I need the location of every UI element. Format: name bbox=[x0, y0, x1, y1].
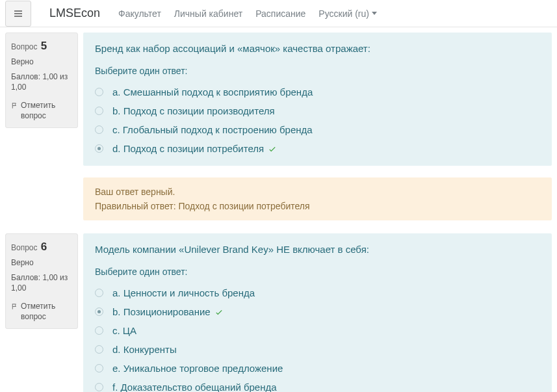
hamburger-icon bbox=[13, 8, 23, 19]
answer-label: a. Ценности и личность бренда bbox=[112, 287, 255, 298]
radio-icon bbox=[95, 107, 103, 115]
answer-option[interactable]: b. Позиционирование bbox=[95, 302, 540, 321]
answer-label: a. Смешанный подход к восприятию бренда bbox=[112, 86, 313, 98]
question-text: Бренд как набор ассоциаций и «маячок» ка… bbox=[95, 43, 540, 54]
answer-text: f. Доказательство обещаний бренда bbox=[112, 382, 277, 392]
flag-label: Отметить вопрос bbox=[21, 302, 72, 322]
question-content: Бренд как набор ассоциаций и «маячок» ка… bbox=[83, 33, 552, 220]
nav-link-faculty[interactable]: Факультет bbox=[112, 2, 168, 25]
nav-link-schedule[interactable]: Расписание bbox=[249, 2, 312, 25]
radio-icon bbox=[95, 383, 103, 391]
answer-option[interactable]: e. Уникальное торговое предложение bbox=[95, 359, 540, 378]
nav-language-label: Русский (ru) bbox=[318, 8, 369, 19]
question-info-panel: Вопрос 6ВерноБаллов: 1,00 из 1,00Отметит… bbox=[5, 233, 78, 329]
feedback-status: Ваш ответ верный. bbox=[95, 187, 540, 197]
flag-label: Отметить вопрос bbox=[21, 101, 72, 121]
answer-option[interactable]: f. Доказательство обещаний бренда bbox=[95, 378, 540, 392]
answer-label: f. Доказательство обещаний бренда bbox=[112, 382, 277, 392]
question-formulation: Модель компании «Unilever Brand Key» НЕ … bbox=[83, 233, 552, 392]
question-score: Баллов: 1,00 из 1,00 bbox=[11, 72, 72, 94]
answer-text: e. Уникальное торговое предложение bbox=[112, 363, 283, 374]
radio-icon bbox=[95, 307, 103, 316]
answer-label: c. Глобальный подход к построению бренда bbox=[112, 124, 313, 135]
flag-icon bbox=[11, 102, 18, 109]
brand-title[interactable]: LMSEcon bbox=[49, 7, 100, 20]
question-block: Вопрос 6ВерноБаллов: 1,00 из 1,00Отметит… bbox=[5, 233, 552, 392]
question-number: 6 bbox=[41, 241, 47, 253]
answer-prompt: Выберите один ответ: bbox=[95, 66, 540, 76]
answer-label: b. Позиционирование bbox=[112, 306, 224, 317]
answer-text: c. ЦА bbox=[112, 325, 136, 336]
answer-text: b. Подход с позиции производителя bbox=[112, 105, 275, 116]
flag-icon bbox=[11, 303, 18, 310]
feedback-correct: Правильный ответ: Подход с позиции потре… bbox=[95, 201, 540, 211]
flag-question-button[interactable]: Отметить вопрос bbox=[11, 298, 72, 322]
question-number: 5 bbox=[41, 40, 47, 52]
question-number-label: Вопрос bbox=[11, 42, 40, 51]
radio-icon bbox=[95, 364, 103, 372]
answer-option[interactable]: b. Подход с позиции производителя bbox=[95, 101, 540, 120]
answer-text: a. Ценности и личность бренда bbox=[112, 287, 255, 298]
check-icon bbox=[268, 144, 277, 153]
radio-icon bbox=[95, 289, 103, 297]
radio-icon bbox=[95, 144, 103, 153]
answer-label: b. Подход с позиции производителя bbox=[112, 105, 275, 116]
answer-option[interactable]: a. Ценности и личность бренда bbox=[95, 283, 540, 302]
page-content: Вопрос 5ВерноБаллов: 1,00 из 1,00Отметит… bbox=[0, 27, 557, 392]
chevron-down-icon bbox=[372, 12, 377, 15]
answer-option[interactable]: c. Глобальный подход к построению бренда bbox=[95, 120, 540, 139]
check-icon bbox=[214, 307, 224, 317]
answer-label: e. Уникальное торговое предложение bbox=[112, 363, 283, 374]
question-content: Модель компании «Unilever Brand Key» НЕ … bbox=[83, 233, 552, 392]
radio-icon bbox=[95, 125, 103, 134]
answer-label: c. ЦА bbox=[112, 325, 136, 336]
answer-label: d. Конкуренты bbox=[112, 344, 177, 355]
answer-label: d. Подход с позиции потребителя bbox=[112, 143, 277, 154]
question-status: Верно bbox=[11, 257, 72, 268]
answer-option[interactable]: d. Подход с позиции потребителя bbox=[95, 139, 540, 158]
answer-option[interactable]: c. ЦА bbox=[95, 321, 540, 340]
answer-text: b. Позиционирование bbox=[112, 306, 211, 317]
answer-text: c. Глобальный подход к построению бренда bbox=[112, 124, 313, 135]
navbar: LMSEcon Факультет Личный кабинет Расписа… bbox=[0, 0, 557, 27]
nav-link-cabinet[interactable]: Личный кабинет bbox=[168, 2, 249, 25]
answer-option[interactable]: d. Конкуренты bbox=[95, 340, 540, 359]
answer-text: d. Конкуренты bbox=[112, 344, 177, 355]
question-block: Вопрос 5ВерноБаллов: 1,00 из 1,00Отметит… bbox=[5, 33, 552, 220]
feedback-box: Ваш ответ верный.Правильный ответ: Подхо… bbox=[83, 177, 552, 220]
question-text: Модель компании «Unilever Brand Key» НЕ … bbox=[95, 244, 540, 255]
radio-icon bbox=[95, 345, 103, 354]
answer-text: d. Подход с позиции потребителя bbox=[112, 143, 264, 154]
answer-text: a. Смешанный подход к восприятию бренда bbox=[112, 86, 313, 98]
question-status: Верно bbox=[11, 57, 72, 68]
radio-icon bbox=[95, 88, 103, 96]
flag-question-button[interactable]: Отметить вопрос bbox=[11, 97, 72, 121]
answer-option[interactable]: a. Смешанный подход к восприятию бренда bbox=[95, 83, 540, 101]
nav-link-language[interactable]: Русский (ru) bbox=[312, 2, 383, 25]
question-number-label: Вопрос bbox=[11, 243, 40, 252]
question-info-panel: Вопрос 5ВерноБаллов: 1,00 из 1,00Отметит… bbox=[5, 33, 78, 128]
nav-links: Факультет Личный кабинет Расписание Русс… bbox=[112, 2, 383, 25]
answer-prompt: Выберите один ответ: bbox=[95, 267, 540, 277]
question-score: Баллов: 1,00 из 1,00 bbox=[11, 272, 72, 294]
menu-toggle-button[interactable] bbox=[5, 1, 31, 27]
radio-icon bbox=[95, 326, 103, 335]
question-formulation: Бренд как набор ассоциаций и «маячок» ка… bbox=[83, 33, 552, 166]
